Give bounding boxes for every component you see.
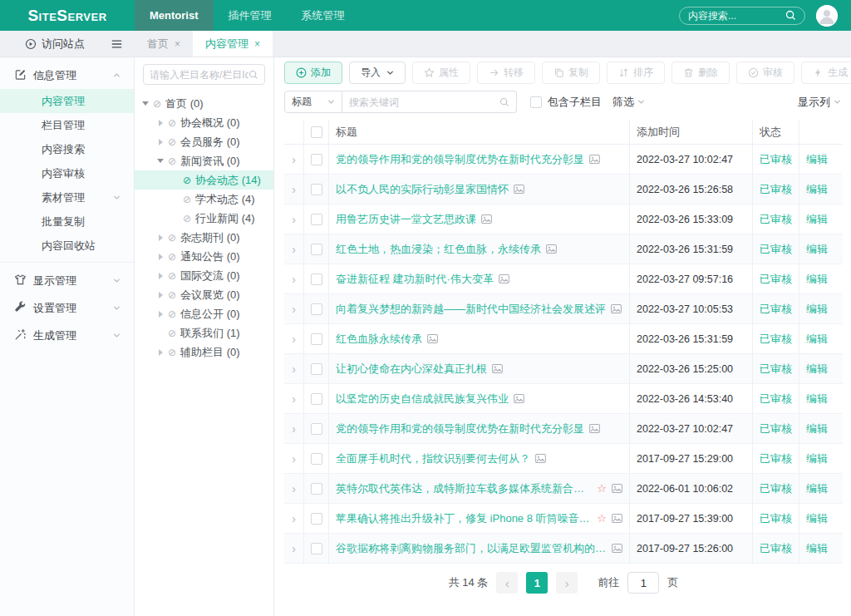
topnav-item-1[interactable]: 插件管理 <box>214 0 287 31</box>
channel-search-box[interactable] <box>143 64 265 85</box>
include-children-checkbox[interactable] <box>530 96 542 108</box>
sidebar-item-6[interactable]: 内容回收站 <box>0 234 134 258</box>
logo[interactable]: SiteServer <box>0 0 135 31</box>
content-title-link[interactable]: 英特尔取代英伟达，成特斯拉车载多媒体系统新合作方 <box>336 481 592 496</box>
topnav-item-2[interactable]: 系统管理 <box>287 0 360 31</box>
visit-site-button[interactable]: 访问站点 <box>25 37 85 52</box>
tab-0[interactable]: 首页× <box>135 31 193 57</box>
sidebar-group-2[interactable]: 设置管理 <box>0 294 134 322</box>
edit-link[interactable]: 编辑 <box>799 534 843 564</box>
sidebar-item-3[interactable]: 内容审核 <box>0 161 134 185</box>
content-title-link[interactable]: 党的领导作用和党的领导制度优势在新时代充分彰显 <box>336 421 584 436</box>
tree-node-4[interactable]: ⊘协会动态 (14) <box>135 170 273 190</box>
content-title-link[interactable]: 用鲁艺历史讲一堂文艺思政课 <box>336 212 476 227</box>
tree-node-1[interactable]: ⊘协会概况 (0) <box>135 113 273 132</box>
row-expand-icon[interactable]: › <box>292 213 296 226</box>
include-children-checkbox-group[interactable]: 包含子栏目 <box>530 95 602 110</box>
row-expand-icon[interactable]: › <box>292 183 296 196</box>
sidebar-item-4[interactable]: 素材管理 <box>0 185 134 209</box>
toolbar-button-0[interactable]: 添加 <box>284 62 342 84</box>
row-checkbox[interactable] <box>311 513 322 525</box>
row-checkbox[interactable] <box>311 453 322 465</box>
content-title-link[interactable]: 红色血脉永续传承 <box>336 332 422 347</box>
edit-link[interactable]: 编辑 <box>799 354 843 384</box>
content-title-link[interactable]: 谷歌据称将剥离购物服务部门，以满足欧盟监管机构的要求 <box>336 541 607 556</box>
search-icon[interactable] <box>785 10 796 21</box>
row-checkbox[interactable] <box>311 423 322 435</box>
tree-node-5[interactable]: ⊘学术动态 (4) <box>135 190 273 209</box>
tree-node-11[interactable]: ⊘信息公开 (0) <box>135 304 273 323</box>
sidebar-item-2[interactable]: 内容搜索 <box>0 137 134 161</box>
row-expand-icon[interactable]: › <box>292 243 296 256</box>
sidebar-item-0[interactable]: 内容管理 <box>0 89 134 113</box>
row-checkbox[interactable] <box>311 363 322 375</box>
content-title-link[interactable]: 党的领导作用和党的领导制度优势在新时代充分彰显 <box>336 152 584 167</box>
tree-node-12[interactable]: ⊘联系我们 (1) <box>135 323 273 342</box>
row-expand-icon[interactable]: › <box>292 333 296 346</box>
tree-node-2[interactable]: ⊘会员服务 (0) <box>135 132 273 151</box>
edit-link[interactable]: 编辑 <box>799 205 843 234</box>
keyword-input[interactable] <box>349 96 499 108</box>
tree-node-13[interactable]: ⊘辅助栏目 (0) <box>135 342 273 362</box>
caret-collapsed-icon[interactable] <box>156 349 165 356</box>
content-search-box[interactable] <box>679 7 805 25</box>
filter-dropdown[interactable]: 筛选 <box>612 95 645 110</box>
content-title-link[interactable]: 全面屏手机时代，指纹识别要何去何从？ <box>336 451 530 466</box>
row-checkbox[interactable] <box>311 393 322 405</box>
caret-expanded-icon[interactable] <box>141 101 150 106</box>
tree-node-0[interactable]: ⊘首页 (0) <box>135 94 273 113</box>
goto-page-input[interactable] <box>627 572 659 594</box>
tree-node-3[interactable]: ⊘新闻资讯 (0) <box>135 151 273 170</box>
next-page-button[interactable]: › <box>556 572 578 594</box>
edit-link[interactable]: 编辑 <box>799 234 843 264</box>
content-title-link[interactable]: 向着复兴梦想的新跨越——新时代中国经济社会发展述评 <box>336 302 606 317</box>
row-expand-icon[interactable]: › <box>292 273 296 286</box>
content-title-link[interactable]: 苹果确认将推出升级补丁，修复 iPhone 8 听筒噪音问题 <box>336 511 592 526</box>
row-checkbox[interactable] <box>311 483 322 495</box>
caret-collapsed-icon[interactable] <box>156 139 165 145</box>
select-all-checkbox[interactable] <box>311 126 322 138</box>
row-expand-icon[interactable]: › <box>292 512 296 525</box>
row-expand-icon[interactable]: › <box>292 392 296 406</box>
edit-link[interactable]: 编辑 <box>799 175 843 205</box>
row-expand-icon[interactable]: › <box>292 482 296 495</box>
content-title-link[interactable]: 以坚定的历史自信成就民族复兴伟业 <box>336 392 509 407</box>
toolbar-button-1[interactable]: 导入 <box>349 62 406 84</box>
sidebar-item-5[interactable]: 批量复制 <box>0 209 134 234</box>
tree-node-10[interactable]: ⊘会议展览 (0) <box>135 285 273 304</box>
row-expand-icon[interactable]: › <box>292 452 296 466</box>
prev-page-button[interactable]: ‹ <box>496 572 518 594</box>
channel-search-input[interactable] <box>150 69 248 81</box>
keyword-search-box[interactable] <box>342 91 517 113</box>
caret-collapsed-icon[interactable] <box>156 254 165 260</box>
row-checkbox[interactable] <box>311 244 322 255</box>
search-field-select[interactable]: 标题 <box>284 91 342 113</box>
tab-close-icon[interactable]: × <box>254 38 260 50</box>
row-checkbox[interactable] <box>311 274 322 285</box>
content-title-link[interactable]: 红色土地，热血浸染；红色血脉，永续传承 <box>336 242 541 257</box>
edit-link[interactable]: 编辑 <box>799 145 843 175</box>
edit-link[interactable]: 编辑 <box>799 474 843 504</box>
caret-collapsed-icon[interactable] <box>156 120 165 126</box>
caret-collapsed-icon[interactable] <box>156 311 165 318</box>
collapse-menu-icon[interactable] <box>111 38 123 50</box>
sidebar-group-1[interactable]: 显示管理 <box>0 267 134 294</box>
content-title-link[interactable]: 让初心使命在内心深处真正扎根 <box>336 362 487 377</box>
current-page-button[interactable]: 1 <box>526 572 548 594</box>
tree-node-7[interactable]: ⊘杂志期刊 (0) <box>135 228 273 247</box>
caret-collapsed-icon[interactable] <box>156 234 165 241</box>
row-checkbox[interactable] <box>311 154 322 165</box>
caret-collapsed-icon[interactable] <box>156 292 165 298</box>
edit-link[interactable]: 编辑 <box>799 444 843 474</box>
tab-close-icon[interactable]: × <box>175 38 180 50</box>
row-checkbox[interactable] <box>311 184 322 195</box>
edit-link[interactable]: 编辑 <box>799 384 843 414</box>
edit-link[interactable]: 编辑 <box>799 294 843 324</box>
row-expand-icon[interactable]: › <box>292 362 296 376</box>
content-search-input[interactable] <box>688 10 785 22</box>
row-checkbox[interactable] <box>311 333 322 345</box>
row-expand-icon[interactable]: › <box>292 422 296 436</box>
tree-node-9[interactable]: ⊘国际交流 (0) <box>135 266 273 285</box>
row-expand-icon[interactable]: › <box>292 542 296 555</box>
edit-link[interactable]: 编辑 <box>799 324 843 354</box>
